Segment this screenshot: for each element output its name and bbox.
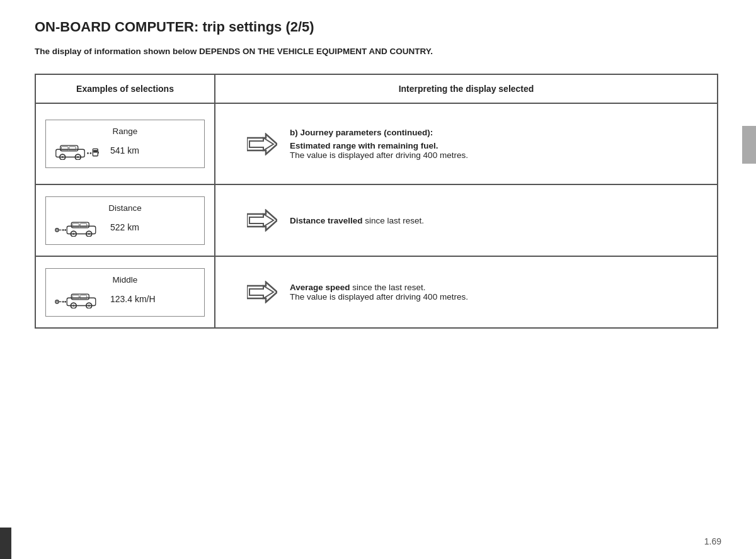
svg-point-8 xyxy=(87,152,89,154)
svg-marker-31 xyxy=(249,214,273,227)
arrow-icon xyxy=(247,133,277,155)
svg-point-29 xyxy=(88,232,91,235)
selection-box-distance: Distance xyxy=(45,196,205,245)
svg-rect-40 xyxy=(80,295,87,298)
svg-rect-3 xyxy=(69,147,76,150)
car-middle-icon xyxy=(55,290,99,308)
selection-value-range: 541 km xyxy=(110,145,139,155)
svg-rect-25 xyxy=(80,223,87,227)
table-row: Middle xyxy=(35,256,718,328)
desc-normal-distance: since last reset. xyxy=(363,216,425,225)
desc-bold-middle: Average speed xyxy=(290,283,350,292)
car-fuel-icon xyxy=(55,141,99,160)
arrow-icon-3 xyxy=(247,281,277,303)
svg-rect-24 xyxy=(72,223,79,227)
svg-point-5 xyxy=(62,156,64,159)
table-row: Range xyxy=(35,103,718,184)
svg-rect-39 xyxy=(72,295,79,298)
desc-normal-middle-2: The value is displayed after driving 400… xyxy=(290,292,468,302)
row-content-range: b) Journey parameters (continued): Estim… xyxy=(234,116,698,171)
selection-box-middle: Middle xyxy=(45,268,205,317)
desc-normal-range: The value is displayed after driving 400… xyxy=(290,150,468,160)
selection-value-distance: 522 km xyxy=(110,222,139,232)
page-subtitle: The display of information shown below D… xyxy=(35,47,721,56)
svg-point-9 xyxy=(90,152,92,154)
table-row: Distance xyxy=(35,184,718,256)
description-distance: Distance travelled since last reset. xyxy=(290,216,424,225)
svg-marker-16 xyxy=(249,138,273,150)
svg-point-36 xyxy=(64,301,66,303)
selection-value-middle: 123.4 km/H xyxy=(110,294,156,304)
side-tab xyxy=(742,126,756,164)
page-number: 1.69 xyxy=(704,536,721,546)
svg-point-42 xyxy=(72,304,75,307)
desc-bold-range: Estimated range with remaining fuel. xyxy=(290,141,468,150)
col2-header: Interpreting the display selected xyxy=(215,74,718,103)
svg-point-21 xyxy=(64,229,66,231)
selection-label-middle: Middle xyxy=(55,275,195,285)
svg-point-35 xyxy=(62,301,64,303)
svg-point-44 xyxy=(88,304,91,307)
svg-rect-2 xyxy=(62,147,69,150)
description-middle: Average speed since the last reset. The … xyxy=(290,283,468,302)
col1-header: Examples of selections xyxy=(35,74,215,103)
description-range: b) Journey parameters (continued): Estim… xyxy=(290,128,468,160)
desc-bold-distance: Distance travelled xyxy=(290,216,363,225)
desc-bold-prefix-range: b) Journey parameters (continued): xyxy=(290,128,468,137)
svg-point-18 xyxy=(56,229,57,230)
desc-normal-middle-1: since the last reset. xyxy=(350,283,426,292)
svg-point-27 xyxy=(72,232,75,235)
row-content-middle: Average speed since the last reset. The … xyxy=(234,269,698,315)
bottom-bar xyxy=(0,528,11,559)
svg-point-20 xyxy=(62,229,64,231)
selection-box-range: Range xyxy=(45,120,205,168)
svg-point-7 xyxy=(77,156,79,159)
car-trip-icon xyxy=(55,218,99,237)
main-table: Examples of selections Interpreting the … xyxy=(35,74,718,329)
svg-point-33 xyxy=(56,301,57,302)
arrow-icon-2 xyxy=(247,209,277,232)
selection-label-range: Range xyxy=(55,127,195,136)
row-content-distance: Distance travelled since last reset. xyxy=(234,198,698,243)
svg-marker-46 xyxy=(249,286,273,298)
page-title: ON-BOARD COMPUTER: trip settings (2/5) xyxy=(35,19,721,35)
selection-label-distance: Distance xyxy=(55,203,195,213)
svg-rect-11 xyxy=(93,150,97,152)
